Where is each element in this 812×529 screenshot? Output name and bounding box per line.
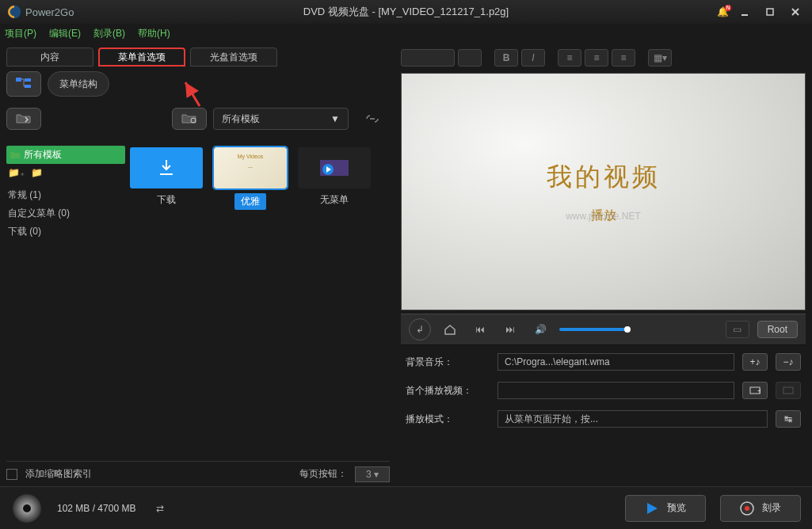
footer-bar: 102 MB / 4700 MB ⇄ 预览 刻录 (0, 486, 812, 529)
preview-button[interactable]: 预览 (625, 495, 706, 522)
chevron-down-icon: ▼ (330, 113, 340, 124)
folder-settings-button[interactable] (172, 108, 207, 130)
template-filter-label: 所有模板 (222, 112, 260, 126)
folder-small-icon (10, 150, 21, 160)
remove-music-button[interactable]: −♪ (776, 353, 801, 371)
add-music-button[interactable]: +♪ (742, 353, 768, 371)
svg-text:+: + (757, 386, 761, 396)
svg-point-17 (23, 504, 31, 512)
svg-rect-11 (320, 176, 349, 179)
bgm-value[interactable]: C:\Progra...\elegant.wma (497, 353, 734, 371)
link-icon[interactable] (355, 108, 390, 130)
prev-button[interactable]: ⏮ (469, 318, 491, 341)
folder-icon (15, 112, 32, 125)
maximize-button[interactable] (760, 4, 780, 20)
svg-rect-15 (783, 387, 793, 394)
per-page-selector[interactable]: 3 ▾ (355, 466, 390, 482)
volume-button[interactable]: 🔊 (529, 318, 551, 341)
preview-title[interactable]: 我的视频 (547, 160, 661, 195)
display-mode-button[interactable]: ▭ (726, 321, 749, 338)
root-button[interactable]: Root (757, 321, 798, 338)
app-name: Power2Go (25, 6, 74, 18)
align-center-button[interactable]: ≡ (585, 49, 608, 67)
bgm-label: 背景音乐： (406, 356, 490, 369)
menu-burn[interactable]: 刻录(B) (93, 27, 125, 40)
font-color-button[interactable] (458, 49, 482, 67)
filmstrip-icon (314, 154, 355, 182)
close-button[interactable] (785, 4, 806, 20)
menu-structure-button[interactable] (6, 71, 41, 97)
template-card-download[interactable]: 下载 (130, 147, 203, 207)
align-left-button[interactable]: ≡ (558, 49, 581, 67)
align-right-button[interactable]: ≡ (612, 49, 635, 67)
play-icon (645, 501, 659, 516)
swap-icon[interactable]: ⇄ (156, 503, 164, 514)
template-card-elegant[interactable]: My Videos— 优雅 (214, 147, 287, 210)
capacity-text: 102 MB / 4700 MB (57, 503, 135, 514)
next-button[interactable]: ⏭ (499, 318, 521, 341)
svg-rect-10 (320, 157, 349, 160)
app-logo-icon (6, 4, 22, 20)
layout-button[interactable]: ▦▾ (648, 49, 672, 67)
player-controls: ↲ ⏮ ⏭ 🔊 ▭ Root (401, 314, 806, 345)
download-icon (155, 157, 177, 179)
template-card-nomenu[interactable]: 无菜单 (298, 147, 371, 207)
folder-open-button[interactable] (6, 108, 41, 130)
remove-video-button[interactable] (776, 382, 801, 399)
tree-icon (15, 77, 32, 91)
menu-preview: 我的视频 播放 www.pHome.NET (401, 73, 806, 310)
template-filter-dropdown[interactable]: 所有模板 ▼ (213, 108, 349, 130)
tab-content[interactable]: 内容 (6, 48, 93, 67)
thumb-index-label: 添加缩略图索引 (25, 467, 92, 481)
preview-toolbar: B I ≡ ≡ ≡ ▦▾ (401, 48, 806, 68)
home-button[interactable] (439, 318, 461, 341)
bold-button[interactable]: B (494, 49, 518, 67)
svg-point-19 (745, 506, 749, 511)
italic-button[interactable]: I (521, 49, 545, 67)
svg-rect-5 (16, 78, 21, 82)
first-video-label: 首个播放视频： (406, 384, 490, 398)
window-title: DVD 视频光盘 - [MY_VIDEO_121217_1.p2g] (303, 5, 509, 19)
volume-slider[interactable] (559, 328, 631, 331)
add-video-button[interactable]: + (742, 382, 768, 399)
burn-button[interactable]: 刻录 (720, 495, 801, 522)
thumb-index-checkbox[interactable] (6, 469, 17, 480)
per-page-label: 每页按钮： (299, 467, 347, 481)
play-mode-value[interactable]: 从菜单页面开始，按... (497, 410, 768, 428)
title-bar: Power2Go DVD 视频光盘 - [MY_VIDEO_121217_1.p… (0, 0, 812, 24)
tree-general[interactable]: 常规 (1) (6, 186, 125, 204)
svg-rect-6 (25, 78, 31, 82)
menu-structure-label: 菜单结构 (48, 71, 109, 97)
notification-bell-icon[interactable]: 🔔N (715, 6, 730, 17)
tree-custom[interactable]: 自定义菜单 (0) (6, 204, 125, 223)
font-dropdown[interactable] (401, 49, 455, 67)
svg-rect-2 (767, 9, 773, 15)
menu-bar: 项目(P) 编辑(E) 刻录(B) 帮助(H) (0, 24, 812, 43)
tree-download[interactable]: 下载 (0) (6, 223, 125, 241)
minimize-button[interactable] (734, 4, 755, 20)
play-mode-settings-button[interactable]: ↹ (776, 410, 801, 428)
folder-gear-icon (181, 112, 198, 125)
tab-menu-preferences[interactable]: 菜单首选项 (98, 48, 185, 67)
folder-icon-2[interactable]: 📁 (31, 167, 43, 178)
new-folder-icon[interactable]: 📁₊ (8, 167, 25, 178)
watermark: www.pHome.NET (566, 211, 641, 222)
burn-disc-icon (740, 501, 754, 516)
first-video-value[interactable] (497, 382, 734, 399)
tab-disc-preferences[interactable]: 光盘首选项 (190, 48, 277, 67)
menu-project[interactable]: 项目(P) (5, 27, 36, 40)
disc-icon (11, 493, 43, 524)
menu-help[interactable]: 帮助(H) (138, 27, 170, 40)
play-mode-label: 播放模式： (406, 413, 490, 426)
return-button[interactable]: ↲ (409, 318, 431, 341)
category-all-templates[interactable]: 所有模板 (6, 146, 125, 164)
menu-edit[interactable]: 编辑(E) (49, 27, 81, 40)
